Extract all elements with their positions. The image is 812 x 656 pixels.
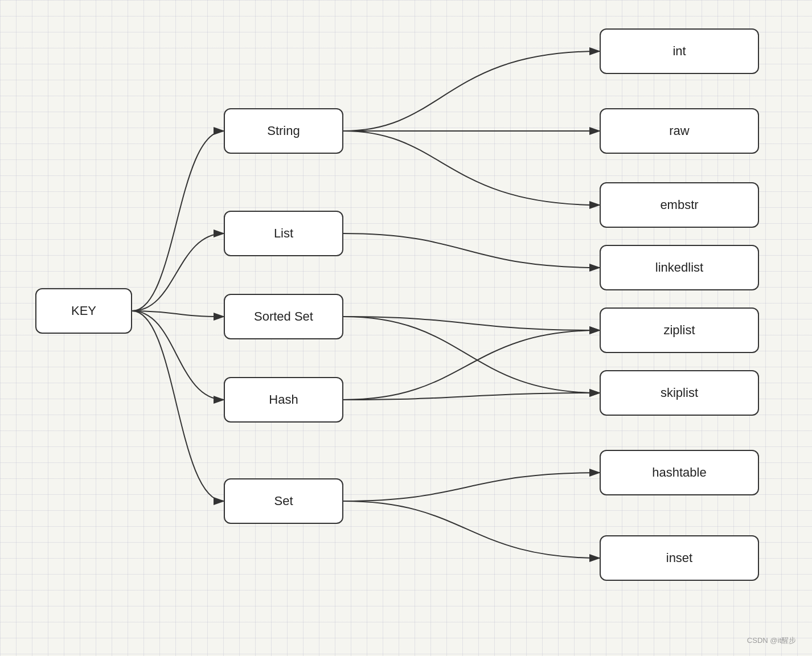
node-skiplist-label: skiplist xyxy=(661,386,698,400)
node-inset: inset xyxy=(600,535,759,581)
node-hash: Hash xyxy=(224,377,343,423)
node-int-label: int xyxy=(672,44,686,59)
node-skiplist: skiplist xyxy=(600,370,759,416)
node-ziplist-label: ziplist xyxy=(663,323,695,338)
node-ziplist: ziplist xyxy=(600,308,759,353)
node-key-label: KEY xyxy=(71,304,96,318)
node-embstr: embstr xyxy=(600,182,759,228)
node-hash-label: Hash xyxy=(269,392,298,407)
diagram-container: KEY String List Sorted Set Hash Set int … xyxy=(0,0,812,656)
node-embstr-label: embstr xyxy=(660,198,698,212)
node-raw: raw xyxy=(600,108,759,154)
node-set-label: Set xyxy=(274,494,293,509)
node-string-label: String xyxy=(267,124,300,138)
node-raw-label: raw xyxy=(669,124,689,138)
node-list: List xyxy=(224,211,343,256)
node-sorted-set: Sorted Set xyxy=(224,294,343,339)
node-hashtable: hashtable xyxy=(600,450,759,495)
node-sorted-set-label: Sorted Set xyxy=(254,309,313,324)
node-inset-label: inset xyxy=(666,551,692,565)
node-int: int xyxy=(600,28,759,74)
node-linkedlist-label: linkedlist xyxy=(655,260,703,275)
node-list-label: List xyxy=(274,226,293,241)
node-key: KEY xyxy=(35,288,132,334)
node-linkedlist: linkedlist xyxy=(600,245,759,290)
node-set: Set xyxy=(224,478,343,524)
watermark: CSDN @it醒步 xyxy=(747,636,796,646)
node-hashtable-label: hashtable xyxy=(652,465,706,480)
node-string: String xyxy=(224,108,343,154)
